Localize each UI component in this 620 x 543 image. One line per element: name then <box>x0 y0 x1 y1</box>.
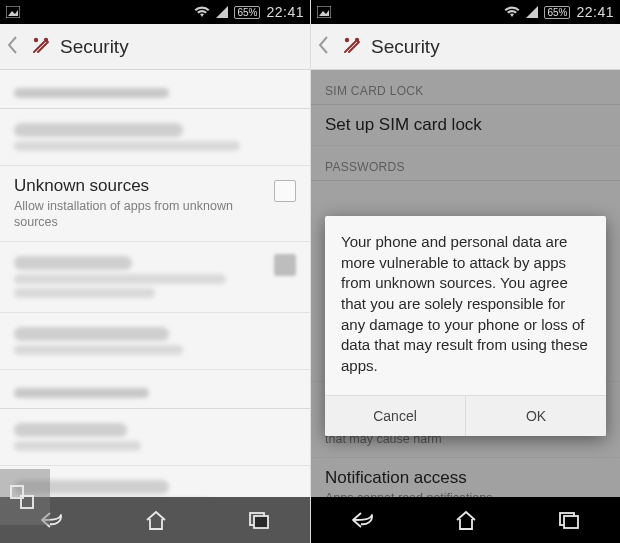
title-bar: Security <box>0 24 310 70</box>
dialog-message: Your phone and personal data are more vu… <box>325 216 606 395</box>
title-bar: Security <box>311 24 620 70</box>
security-icon <box>30 34 52 60</box>
svg-point-4 <box>34 37 38 41</box>
blurred-item <box>0 242 310 313</box>
nav-recent-button[interactable] <box>247 510 271 530</box>
nav-back-button[interactable] <box>350 510 376 530</box>
screenshot-left: 65% 22:41 Security <box>0 0 310 543</box>
unknown-sources-dialog: Your phone and personal data are more vu… <box>325 216 606 436</box>
signal-icon <box>216 6 228 18</box>
svg-rect-15 <box>564 516 578 528</box>
watermark-icon <box>0 469 50 525</box>
picture-icon <box>317 6 331 18</box>
battery-percent: 65% <box>234 6 260 19</box>
status-bar: 65% 22:41 <box>0 0 310 24</box>
status-bar: 65% 22:41 <box>311 0 620 24</box>
back-icon[interactable] <box>317 35 335 59</box>
ok-button[interactable]: OK <box>465 396 606 436</box>
navigation-bar <box>311 497 620 543</box>
signal-icon <box>526 6 538 18</box>
nav-recent-button[interactable] <box>557 510 581 530</box>
svg-marker-11 <box>526 6 538 18</box>
back-icon[interactable] <box>6 35 24 59</box>
blurred-item <box>0 109 310 166</box>
screenshot-right: 65% 22:41 Security SIM CARD LOCK Set up … <box>310 0 620 543</box>
page-title: Security <box>371 36 440 58</box>
settings-list: Unknown sources Allow installation of ap… <box>0 70 310 497</box>
dialog-button-row: Cancel OK <box>325 395 606 436</box>
wifi-icon <box>194 6 210 18</box>
svg-point-13 <box>345 37 349 41</box>
clock: 22:41 <box>266 4 304 20</box>
picture-icon <box>6 6 20 18</box>
wifi-icon <box>504 6 520 18</box>
svg-marker-1 <box>8 10 18 16</box>
settings-list: SIM CARD LOCK Set up SIM card lock PASSW… <box>311 70 620 497</box>
unknown-sources-item[interactable]: Unknown sources Allow installation of ap… <box>0 166 310 242</box>
item-title: Unknown sources <box>14 176 264 196</box>
svg-point-12 <box>355 37 359 41</box>
item-subtitle: Allow installation of apps from unknown … <box>14 198 264 231</box>
page-title: Security <box>60 36 129 58</box>
nav-home-button[interactable] <box>144 509 168 531</box>
battery-percent: 65% <box>544 6 570 19</box>
blurred-item <box>0 409 310 466</box>
blurred-section-header <box>0 370 310 409</box>
svg-rect-6 <box>254 516 268 528</box>
unknown-sources-checkbox[interactable] <box>274 180 296 202</box>
blurred-item <box>0 313 310 370</box>
security-icon <box>341 34 363 60</box>
svg-marker-2 <box>216 6 228 18</box>
cancel-button[interactable]: Cancel <box>325 396 465 436</box>
clock: 22:41 <box>576 4 614 20</box>
nav-home-button[interactable] <box>454 509 478 531</box>
svg-point-3 <box>44 37 48 41</box>
blurred-section-header <box>0 70 310 109</box>
svg-marker-10 <box>319 10 329 16</box>
